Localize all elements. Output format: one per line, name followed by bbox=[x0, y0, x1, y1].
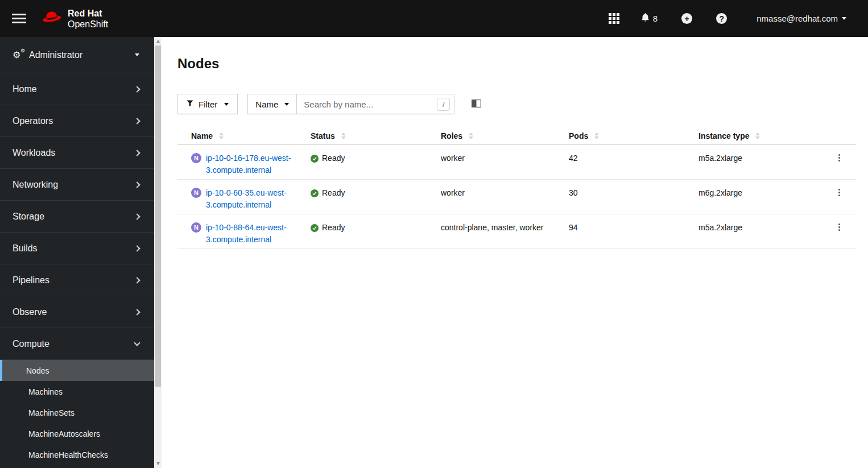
column-header-roles[interactable]: Roles bbox=[441, 131, 462, 140]
main-content: Nodes Filter Name / bbox=[162, 37, 868, 468]
sort-icon[interactable] bbox=[755, 132, 760, 139]
chevron-right-icon bbox=[134, 86, 140, 92]
check-circle-icon bbox=[311, 224, 319, 232]
filter-funnel-icon bbox=[187, 100, 193, 109]
sidebar-item-observe[interactable]: Observe bbox=[0, 296, 154, 328]
chevron-right-icon bbox=[134, 277, 140, 283]
sidebar-item-machinesets[interactable]: MachineSets bbox=[0, 402, 154, 423]
notification-count: 8 bbox=[653, 14, 658, 23]
perspective-label: Administrator bbox=[29, 50, 82, 60]
sort-icon[interactable] bbox=[219, 132, 224, 139]
scroll-down-arrow[interactable] bbox=[154, 459, 162, 468]
node-resource-icon: N bbox=[191, 222, 201, 233]
table-row: N ip-10-0-60-35.eu-west-3.compute.intern… bbox=[177, 180, 856, 214]
kebab-menu-button[interactable] bbox=[835, 187, 844, 198]
sidebar-item-nodes[interactable]: Nodes bbox=[0, 360, 154, 381]
sidebar-item-compute[interactable]: Compute bbox=[0, 328, 154, 360]
chevron-right-icon bbox=[134, 309, 140, 315]
check-circle-icon bbox=[311, 189, 319, 197]
node-link[interactable]: ip-10-0-88-64.eu-west-3.compute.internal bbox=[206, 222, 304, 246]
question-circle-icon: ? bbox=[716, 13, 727, 24]
table-row: N ip-10-0-16-178.eu-west-3.compute.inter… bbox=[177, 145, 856, 180]
table-row: N ip-10-0-88-64.eu-west-3.compute.intern… bbox=[177, 214, 856, 249]
compute-subnav: Nodes Machines MachineSets MachineAutosc… bbox=[0, 360, 154, 465]
bell-icon bbox=[640, 13, 650, 25]
table-header-row: Name Status Roles Pods Instance type bbox=[177, 126, 856, 145]
perspective-switcher[interactable]: ⚙⚙ Administrator bbox=[0, 37, 154, 73]
app-launcher-icon[interactable] bbox=[609, 13, 619, 24]
sidebar-item-storage[interactable]: Storage bbox=[0, 201, 154, 233]
roles-cell: control-plane, master, worker bbox=[441, 214, 569, 249]
caret-down-icon bbox=[284, 103, 289, 106]
instance-type-cell: m5a.2xlarge bbox=[698, 145, 830, 180]
caret-down-icon bbox=[842, 17, 846, 20]
chevron-right-icon bbox=[134, 181, 140, 188]
search-input[interactable] bbox=[297, 94, 454, 114]
node-link[interactable]: ip-10-0-16-178.eu-west-3.compute.interna… bbox=[206, 152, 304, 176]
sort-icon[interactable] bbox=[341, 132, 346, 139]
sidebar-item-networking[interactable]: Networking bbox=[0, 169, 154, 201]
chevron-right-icon bbox=[134, 118, 140, 124]
sidebar-item-builds[interactable]: Builds bbox=[0, 233, 154, 264]
masthead: Red Hat OpenShift 8 + ? nmasse@redhat.co… bbox=[0, 0, 868, 37]
redhat-fedora-icon bbox=[41, 9, 63, 28]
page-title: Nodes bbox=[177, 54, 868, 73]
column-header-name[interactable]: Name bbox=[191, 131, 213, 140]
column-header-instance-type[interactable]: Instance type bbox=[698, 131, 749, 140]
column-header-status[interactable]: Status bbox=[311, 131, 335, 140]
help-button[interactable]: ? bbox=[716, 13, 727, 24]
pods-cell: 94 bbox=[569, 214, 698, 249]
scroll-up-arrow[interactable] bbox=[154, 37, 162, 45]
sort-icon[interactable] bbox=[594, 132, 599, 139]
status-text: Ready bbox=[322, 187, 345, 199]
sort-icon[interactable] bbox=[469, 132, 473, 139]
filter-dropdown[interactable]: Filter bbox=[177, 94, 238, 114]
slash-shortcut-hint: / bbox=[437, 98, 450, 111]
manage-columns-button[interactable] bbox=[472, 100, 481, 109]
node-resource-icon: N bbox=[191, 188, 201, 198]
instance-type-cell: m6g.2xlarge bbox=[698, 180, 830, 214]
node-link[interactable]: ip-10-0-60-35.eu-west-3.compute.internal bbox=[206, 187, 304, 211]
instance-type-cell: m5a.2xlarge bbox=[698, 214, 830, 249]
brand-text: Red Hat OpenShift bbox=[68, 8, 108, 30]
status-text: Ready bbox=[322, 152, 345, 164]
plus-circle-icon: + bbox=[681, 13, 692, 24]
sidebar-scrollbar[interactable] bbox=[154, 37, 162, 468]
kebab-menu-button[interactable] bbox=[835, 222, 844, 233]
pods-cell: 30 bbox=[569, 180, 698, 214]
pods-cell: 42 bbox=[569, 145, 698, 180]
sidebar-item-pipelines[interactable]: Pipelines bbox=[0, 264, 154, 296]
cogs-icon: ⚙⚙ bbox=[13, 49, 25, 60]
sidebar-item-workloads[interactable]: Workloads bbox=[0, 137, 154, 169]
toolbar: Filter Name / bbox=[177, 94, 868, 114]
user-menu[interactable]: nmasse@redhat.com bbox=[757, 14, 846, 23]
sidebar-item-machinehealthchecks[interactable]: MachineHealthChecks bbox=[0, 444, 154, 465]
chevron-down-icon bbox=[134, 339, 140, 346]
columns-icon bbox=[472, 100, 481, 109]
chevron-right-icon bbox=[134, 150, 140, 156]
kebab-menu-button[interactable] bbox=[835, 152, 844, 163]
roles-cell: worker bbox=[441, 180, 569, 214]
scrollbar-thumb[interactable] bbox=[155, 45, 161, 387]
brand-logo[interactable]: Red Hat OpenShift bbox=[41, 8, 108, 30]
column-header-pods[interactable]: Pods bbox=[569, 131, 588, 140]
sidebar-item-operators[interactable]: Operators bbox=[0, 105, 154, 137]
caret-down-icon bbox=[224, 103, 229, 106]
nodes-table: Name Status Roles Pods Instance type bbox=[177, 126, 856, 249]
search-attribute-dropdown[interactable]: Name bbox=[248, 94, 297, 114]
notifications-button[interactable]: 8 bbox=[640, 13, 658, 25]
roles-cell: worker bbox=[441, 145, 569, 180]
status-text: Ready bbox=[322, 222, 345, 234]
chevron-right-icon bbox=[134, 245, 140, 251]
caret-down-icon bbox=[135, 53, 139, 56]
user-email: nmasse@redhat.com bbox=[757, 14, 838, 23]
node-resource-icon: N bbox=[191, 153, 201, 163]
sidebar-item-machines[interactable]: Machines bbox=[0, 381, 154, 402]
sidebar-nav: ⚙⚙ Administrator Home Operators Workload… bbox=[0, 37, 162, 468]
sidebar-item-home[interactable]: Home bbox=[0, 73, 154, 105]
chevron-right-icon bbox=[134, 213, 140, 219]
menu-toggle-icon[interactable] bbox=[12, 14, 26, 23]
check-circle-icon bbox=[311, 155, 319, 163]
sidebar-item-machineautoscalers[interactable]: MachineAutoscalers bbox=[0, 423, 154, 444]
quick-create-button[interactable]: + bbox=[681, 13, 692, 24]
